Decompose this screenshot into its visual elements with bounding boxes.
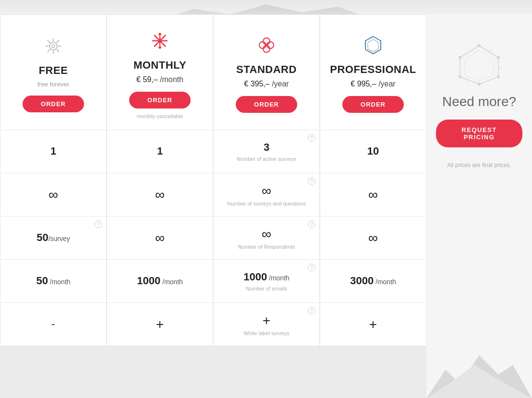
svg-marker-24 [368,39,378,52]
svg-point-28 [497,56,500,59]
card-header-standard: STANDARD € 395,– /year ORDER [214,15,319,130]
surveys-questions-value-free: ∞ [48,187,58,203]
svg-point-32 [459,56,461,59]
feature-active-surveys-professional: 10 [320,130,426,173]
svg-point-29 [497,75,500,78]
plan-price-professional: € 995,– /year [351,80,395,88]
plan-icon-standard [256,35,277,59]
feature-surveys-questions-monthly: ∞ [107,173,213,217]
plan-card-standard: STANDARD € 395,– /year ORDER ? 3 Number … [213,14,320,347]
plan-icon-monthly [149,30,170,54]
feature-active-surveys-standard: ? 3 Number of active surveys [214,130,319,173]
plan-card-monthly: MONTHLY € 59,– /month ORDER monthly canc… [107,14,213,347]
need-more-section: Need more? REQUEST PRICING All prices ar… [436,43,522,169]
surveys-questions-value-professional: ∞ [368,187,378,203]
plan-subtitle-free: free forever [37,81,69,88]
emails-value-professional: 3000 /month [350,275,396,287]
white-label-value-monthly: + [156,316,164,333]
emails-value-free: 50 /month [36,275,70,287]
card-header-professional: PROFESSIONAL € 995,– /year ORDER [320,15,426,130]
active-surveys-value-standard: 3 [264,141,269,154]
svg-point-1 [52,45,55,48]
mountain-bottom-decoration [426,341,532,398]
help-icon-active-surveys-standard[interactable]: ? [308,134,315,142]
svg-point-30 [478,83,481,85]
card-header-monthly: MONTHLY € 59,– /month ORDER monthly canc… [107,15,213,130]
feature-respondents-professional: ∞ [320,217,426,260]
plan-price-monthly: € 59,– /month [136,75,183,84]
svg-point-34 [500,66,502,68]
emails-label-standard: Number of emails [246,286,287,291]
order-button-professional[interactable]: ORDER [342,96,404,113]
white-label-label-standard: White label surveys [243,330,289,336]
feature-surveys-questions-professional: ∞ [320,173,426,217]
svg-point-27 [478,44,481,47]
feature-active-surveys-monthly: 1 [107,130,213,173]
plan-icon-free [43,36,64,60]
feature-active-surveys-free: 1 [0,130,106,173]
active-surveys-value-monthly: 1 [157,145,163,157]
card-header-free: FREE free forever ORDER [0,15,106,130]
page-wrapper: FREE free forever ORDER 1 ∞ ? 50/survey … [0,0,532,398]
surveys-questions-value-monthly: ∞ [155,187,165,203]
feature-surveys-questions-free: ∞ [0,173,106,217]
respondents-value-standard: ∞ [262,226,271,242]
plan-name-standard: STANDARD [236,63,297,76]
final-prices-text: All prices are final prices. [447,162,511,169]
svg-point-31 [459,75,461,78]
plan-card-free: FREE free forever ORDER 1 ∞ ? 50/survey … [0,14,107,347]
feature-respondents-free: ? 50/survey [0,217,106,260]
order-button-monthly[interactable]: ORDER [129,92,191,109]
request-pricing-button[interactable]: REQUEST PRICING [436,120,522,147]
active-surveys-label-standard: Number of active surveys [237,156,296,162]
svg-line-9 [48,49,50,52]
svg-point-22 [265,43,268,47]
plan-price-standard: € 395,– /year [244,80,289,88]
respondents-value-free: 50/survey [36,231,70,244]
respondents-value-professional: ∞ [368,230,378,246]
geometric-decoration-icon [453,43,506,86]
plan-name-free: FREE [39,64,68,77]
help-icon-white-label-standard[interactable]: ? [308,307,315,314]
order-button-free[interactable]: ORDER [23,96,84,112]
help-icon-respondents-free[interactable]: ? [95,220,102,228]
help-icon-respondents-standard[interactable]: ? [308,220,315,228]
svg-marker-25 [460,46,498,84]
white-label-value-free: - [51,318,55,330]
active-surveys-value-free: 1 [50,145,56,157]
surveys-questions-label-standard: Number of surveys and questions [227,201,306,206]
svg-line-8 [57,40,59,43]
respondents-label-standard: Number of Respondents [238,244,295,250]
svg-marker-26 [465,50,494,81]
emails-value-standard: 1000 /month [243,271,290,283]
pricing-cards-container: FREE free forever ORDER 1 ∞ ? 50/survey … [0,14,532,398]
feature-emails-professional: 3000 /month [320,260,426,303]
active-surveys-value-professional: 10 [367,145,379,157]
white-label-value-standard: + [263,313,270,329]
feature-white-label-monthly: + [107,303,213,346]
feature-white-label-free: - [0,303,106,346]
order-button-standard[interactable]: ORDER [236,96,297,113]
right-panel: Need more? REQUEST PRICING All prices ar… [426,14,532,398]
plan-name-professional: PROFESSIONAL [330,63,416,76]
feature-emails-monthly: 1000 /month [107,260,213,303]
svg-line-7 [57,49,59,52]
help-icon-emails-standard[interactable]: ? [308,264,315,271]
plan-icon-professional [363,35,384,59]
plan-card-professional: PROFESSIONAL € 995,– /year ORDER 10 ∞ ∞ … [320,14,426,347]
svg-line-6 [48,40,50,43]
feature-emails-standard: ? 1000 /month Number of emails [214,260,319,303]
svg-point-0 [49,42,57,50]
need-more-text: Need more? [442,94,516,110]
emails-value-monthly: 1000 /month [137,275,183,287]
svg-point-33 [490,49,492,51]
plan-name-monthly: MONTHLY [133,59,186,72]
respondents-value-monthly: ∞ [155,230,165,246]
feature-respondents-monthly: ∞ [107,217,213,260]
help-icon-surveys-standard[interactable]: ? [308,177,315,185]
feature-white-label-standard: ? + White label surveys [214,303,319,346]
feature-surveys-questions-standard: ? ∞ Number of surveys and questions [214,173,319,217]
feature-emails-free: 50 /month [0,260,106,303]
white-label-value-professional: + [369,316,377,333]
feature-white-label-professional: + [320,303,426,346]
